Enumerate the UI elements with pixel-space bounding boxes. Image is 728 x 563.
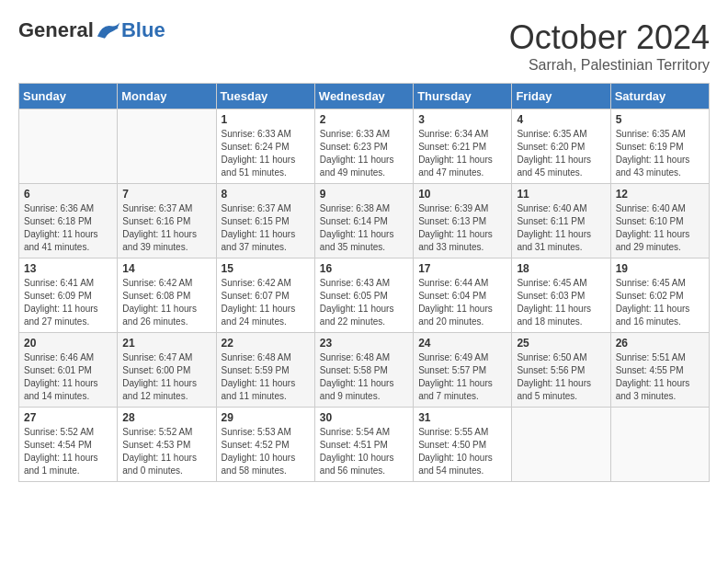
cell-info: Sunrise: 6:40 AM Sunset: 6:10 PM Dayligh… bbox=[616, 202, 704, 254]
cell-info: Sunrise: 6:45 AM Sunset: 6:02 PM Dayligh… bbox=[616, 277, 704, 328]
cell-info: Sunrise: 6:35 AM Sunset: 6:19 PM Dayligh… bbox=[616, 128, 704, 179]
day-number: 30 bbox=[320, 411, 408, 424]
cell-info: Sunrise: 5:53 AM Sunset: 4:52 PM Dayligh… bbox=[222, 426, 310, 477]
calendar-cell: 14Sunrise: 6:42 AM Sunset: 6:08 PM Dayli… bbox=[118, 259, 216, 333]
day-header: Tuesday bbox=[216, 84, 314, 109]
calendar-cell: 6Sunrise: 6:36 AM Sunset: 6:18 PM Daylig… bbox=[19, 184, 118, 259]
calendar-cell: 24Sunrise: 6:49 AM Sunset: 5:57 PM Dayli… bbox=[414, 333, 512, 408]
day-number: 29 bbox=[222, 411, 310, 424]
cell-info: Sunrise: 6:33 AM Sunset: 6:23 PM Dayligh… bbox=[320, 128, 408, 179]
calendar-cell: 10Sunrise: 6:39 AM Sunset: 6:13 PM Dayli… bbox=[414, 184, 512, 259]
cell-info: Sunrise: 5:54 AM Sunset: 4:51 PM Dayligh… bbox=[320, 426, 408, 477]
day-number: 7 bbox=[122, 188, 210, 201]
day-number: 8 bbox=[222, 188, 310, 201]
cell-info: Sunrise: 5:55 AM Sunset: 4:50 PM Dayligh… bbox=[418, 426, 506, 477]
day-header: Friday bbox=[512, 84, 610, 109]
calendar-cell: 11Sunrise: 6:40 AM Sunset: 6:11 PM Dayli… bbox=[512, 184, 610, 259]
calendar-cell: 7Sunrise: 6:37 AM Sunset: 6:16 PM Daylig… bbox=[118, 184, 216, 259]
logo-general: General bbox=[18, 18, 94, 42]
day-number: 9 bbox=[320, 188, 408, 201]
calendar-cell: 26Sunrise: 5:51 AM Sunset: 4:55 PM Dayli… bbox=[610, 333, 709, 408]
cell-info: Sunrise: 6:34 AM Sunset: 6:21 PM Dayligh… bbox=[418, 128, 506, 179]
calendar-cell: 15Sunrise: 6:42 AM Sunset: 6:07 PM Dayli… bbox=[216, 259, 314, 333]
day-number: 25 bbox=[517, 337, 605, 350]
calendar-cell: 16Sunrise: 6:43 AM Sunset: 6:05 PM Dayli… bbox=[314, 259, 413, 333]
calendar-week-row: 20Sunrise: 6:46 AM Sunset: 6:01 PM Dayli… bbox=[19, 333, 710, 408]
cell-info: Sunrise: 6:39 AM Sunset: 6:13 PM Dayligh… bbox=[418, 202, 506, 254]
day-number: 12 bbox=[616, 188, 704, 201]
day-number: 14 bbox=[122, 262, 210, 275]
day-number: 6 bbox=[24, 188, 112, 201]
location-subtitle: Sarrah, Palestinian Territory bbox=[509, 57, 710, 74]
cell-info: Sunrise: 6:40 AM Sunset: 6:11 PM Dayligh… bbox=[517, 202, 605, 254]
cell-info: Sunrise: 6:36 AM Sunset: 6:18 PM Dayligh… bbox=[24, 202, 112, 254]
day-number: 28 bbox=[122, 411, 210, 424]
calendar-cell: 19Sunrise: 6:45 AM Sunset: 6:02 PM Dayli… bbox=[610, 259, 709, 333]
calendar-week-row: 13Sunrise: 6:41 AM Sunset: 6:09 PM Dayli… bbox=[19, 259, 710, 333]
calendar-cell: 30Sunrise: 5:54 AM Sunset: 4:51 PM Dayli… bbox=[314, 408, 413, 482]
calendar-cell: 23Sunrise: 6:48 AM Sunset: 5:58 PM Dayli… bbox=[314, 333, 413, 408]
cell-info: Sunrise: 6:35 AM Sunset: 6:20 PM Dayligh… bbox=[517, 128, 605, 179]
calendar-cell: 21Sunrise: 6:47 AM Sunset: 6:00 PM Dayli… bbox=[118, 333, 216, 408]
calendar-table: SundayMondayTuesdayWednesdayThursdayFrid… bbox=[18, 83, 710, 482]
calendar-week-row: 27Sunrise: 5:52 AM Sunset: 4:54 PM Dayli… bbox=[19, 408, 710, 482]
day-number: 3 bbox=[418, 113, 506, 126]
calendar-cell: 8Sunrise: 6:37 AM Sunset: 6:15 PM Daylig… bbox=[216, 184, 314, 259]
calendar-cell: 29Sunrise: 5:53 AM Sunset: 4:52 PM Dayli… bbox=[216, 408, 314, 482]
calendar-cell: 2Sunrise: 6:33 AM Sunset: 6:23 PM Daylig… bbox=[314, 109, 413, 184]
calendar-cell: 22Sunrise: 6:48 AM Sunset: 5:59 PM Dayli… bbox=[216, 333, 314, 408]
day-number: 22 bbox=[222, 337, 310, 350]
cell-info: Sunrise: 6:42 AM Sunset: 6:08 PM Dayligh… bbox=[122, 277, 210, 328]
calendar-cell: 13Sunrise: 6:41 AM Sunset: 6:09 PM Dayli… bbox=[19, 259, 118, 333]
cell-info: Sunrise: 6:48 AM Sunset: 5:58 PM Dayligh… bbox=[320, 351, 408, 403]
calendar-cell: 3Sunrise: 6:34 AM Sunset: 6:21 PM Daylig… bbox=[414, 109, 512, 184]
calendar-cell bbox=[19, 109, 118, 184]
day-number: 20 bbox=[24, 337, 112, 350]
cell-info: Sunrise: 5:52 AM Sunset: 4:54 PM Dayligh… bbox=[24, 426, 112, 477]
cell-info: Sunrise: 6:43 AM Sunset: 6:05 PM Dayligh… bbox=[320, 277, 408, 328]
cell-info: Sunrise: 5:51 AM Sunset: 4:55 PM Dayligh… bbox=[616, 351, 704, 403]
cell-info: Sunrise: 6:38 AM Sunset: 6:14 PM Dayligh… bbox=[320, 202, 408, 254]
cell-info: Sunrise: 6:42 AM Sunset: 6:07 PM Dayligh… bbox=[222, 277, 310, 328]
day-number: 1 bbox=[222, 113, 310, 126]
cell-info: Sunrise: 6:48 AM Sunset: 5:59 PM Dayligh… bbox=[222, 351, 310, 403]
calendar-cell: 27Sunrise: 5:52 AM Sunset: 4:54 PM Dayli… bbox=[19, 408, 118, 482]
calendar-cell bbox=[512, 408, 610, 482]
calendar-cell: 25Sunrise: 6:50 AM Sunset: 5:56 PM Dayli… bbox=[512, 333, 610, 408]
calendar-cell: 31Sunrise: 5:55 AM Sunset: 4:50 PM Dayli… bbox=[414, 408, 512, 482]
calendar-cell: 20Sunrise: 6:46 AM Sunset: 6:01 PM Dayli… bbox=[19, 333, 118, 408]
cell-info: Sunrise: 6:47 AM Sunset: 6:00 PM Dayligh… bbox=[122, 351, 210, 403]
day-number: 21 bbox=[122, 337, 210, 350]
day-number: 16 bbox=[320, 262, 408, 275]
day-header: Sunday bbox=[19, 84, 118, 109]
calendar-cell: 9Sunrise: 6:38 AM Sunset: 6:14 PM Daylig… bbox=[314, 184, 413, 259]
day-number: 2 bbox=[320, 113, 408, 126]
day-number: 18 bbox=[517, 262, 605, 275]
calendar-cell: 12Sunrise: 6:40 AM Sunset: 6:10 PM Dayli… bbox=[610, 184, 709, 259]
calendar-cell: 28Sunrise: 5:52 AM Sunset: 4:53 PM Dayli… bbox=[118, 408, 216, 482]
cell-info: Sunrise: 6:49 AM Sunset: 5:57 PM Dayligh… bbox=[418, 351, 506, 403]
cell-info: Sunrise: 6:37 AM Sunset: 6:15 PM Dayligh… bbox=[222, 202, 310, 254]
calendar-cell bbox=[610, 408, 709, 482]
day-header: Thursday bbox=[414, 84, 512, 109]
day-number: 26 bbox=[616, 337, 704, 350]
calendar-header-row: SundayMondayTuesdayWednesdayThursdayFrid… bbox=[19, 84, 710, 109]
calendar-cell: 5Sunrise: 6:35 AM Sunset: 6:19 PM Daylig… bbox=[610, 109, 709, 184]
page-header: General Blue October 2024 Sarrah, Palest… bbox=[18, 18, 710, 74]
calendar-cell: 1Sunrise: 6:33 AM Sunset: 6:24 PM Daylig… bbox=[216, 109, 314, 184]
day-number: 17 bbox=[418, 262, 506, 275]
day-number: 13 bbox=[24, 262, 112, 275]
calendar-week-row: 6Sunrise: 6:36 AM Sunset: 6:18 PM Daylig… bbox=[19, 184, 710, 259]
day-number: 24 bbox=[418, 337, 506, 350]
logo: General Blue bbox=[18, 18, 165, 42]
logo-bird-icon bbox=[96, 20, 121, 40]
month-title: October 2024 bbox=[509, 18, 710, 57]
day-number: 4 bbox=[517, 113, 605, 126]
day-number: 11 bbox=[517, 188, 605, 201]
day-number: 10 bbox=[418, 188, 506, 201]
calendar-cell: 4Sunrise: 6:35 AM Sunset: 6:20 PM Daylig… bbox=[512, 109, 610, 184]
day-number: 31 bbox=[418, 411, 506, 424]
cell-info: Sunrise: 6:44 AM Sunset: 6:04 PM Dayligh… bbox=[418, 277, 506, 328]
cell-info: Sunrise: 6:50 AM Sunset: 5:56 PM Dayligh… bbox=[517, 351, 605, 403]
calendar-cell bbox=[118, 109, 216, 184]
